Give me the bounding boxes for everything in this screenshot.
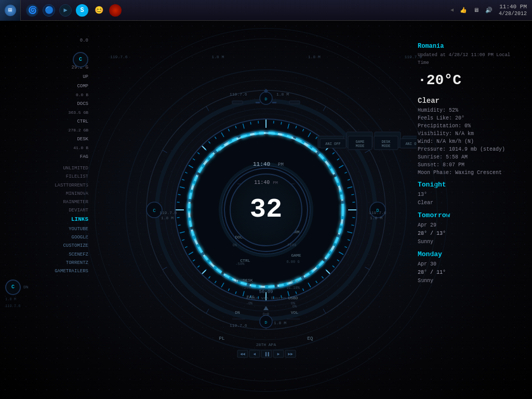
volume-icon: 🔊 (485, 7, 493, 14)
svg-text:DnB: DnB (263, 312, 270, 316)
svg-text:CF6: CF6 (291, 279, 299, 284)
clock-date: 4/28/2012 (499, 10, 527, 17)
tray-back-icon: ◀ (450, 7, 454, 13)
svg-text:PM: PM (278, 162, 284, 167)
svg-text:56:09: 56:09 (259, 289, 273, 295)
svg-text:GAME: GAME (291, 253, 301, 258)
svg-text:119.7.6: 119.7.6 (369, 210, 387, 215)
svg-text:-25%: -25% (242, 286, 251, 290)
weather-precipitation: Precipitation: 0% (418, 122, 522, 130)
svg-line-72 (178, 225, 181, 225)
start-button[interactable]: ⊞ (0, 0, 21, 21)
windows-icon: ⊞ (5, 5, 16, 16)
svg-text:FF88: FF88 (288, 243, 297, 247)
svg-text:ANI OFF: ANI OFF (325, 142, 340, 146)
svg-line-6 (365, 150, 370, 153)
weather-temp: ·20°C (418, 69, 522, 92)
left-torrentz[interactable]: TORRENTZ (5, 259, 88, 267)
svg-text:EQ: EQ (308, 336, 313, 341)
svg-text:-50%: -50% (236, 262, 245, 266)
left-comp[interactable]: COMP (5, 82, 88, 91)
center-display: 11:40 PM 32 (230, 174, 302, 246)
svg-text:28TH  APA: 28TH APA (256, 342, 276, 347)
left-ctrl[interactable]: CTRL (5, 117, 88, 126)
svg-text:119.7.6: 119.7.6 (230, 323, 247, 328)
left-filelist[interactable]: FILELIST (5, 172, 88, 181)
stat-41b: 41.0 B (5, 144, 88, 152)
svg-rect-193 (256, 102, 260, 103)
svg-text:1.8 M: 1.8 M (276, 92, 289, 97)
svg-text:D: D (265, 97, 268, 101)
svg-text:0%: 0% (233, 243, 237, 247)
svg-text:►►: ►► (288, 352, 293, 356)
svg-line-14 (163, 150, 167, 153)
svg-text:119.7.6: 119.7.6 (230, 92, 247, 97)
skype-icon[interactable]: S (76, 4, 88, 17)
stat-top: 0.0 (80, 38, 88, 43)
svg-text:VOL: VOL (291, 310, 299, 315)
svg-line-40 (351, 225, 354, 225)
left-gametrailers[interactable]: GAMETRAILERS (5, 267, 88, 275)
svg-text:91.18%: 91.18% (286, 286, 300, 290)
svg-text:DESK: DESK (382, 140, 391, 144)
svg-text:D: D (265, 320, 268, 325)
left-customize[interactable]: CUSTOMIZE (5, 242, 88, 250)
svg-text:Armin van Buuren: Armin van Buuren (246, 296, 286, 300)
left-dn[interactable]: DN (23, 284, 29, 291)
svg-text:◄: ◄ (254, 352, 256, 356)
weather-condition: Clear (418, 95, 522, 107)
left-desk[interactable]: DESK (5, 135, 88, 144)
red-ball-icon[interactable] (109, 4, 122, 17)
clock-time: 11:40 PM (499, 3, 527, 10)
monitor-icon: 🖥 (473, 7, 479, 14)
svg-text:ANI ON: ANI ON (405, 142, 417, 146)
weather-updated: Updated at 4/28/12 11:00 PM Local Time (418, 51, 522, 66)
emoji-icon[interactable]: 😊 (92, 4, 105, 17)
left-google[interactable]: GOOGLE (5, 233, 88, 242)
left-circle-c: C (73, 52, 88, 68)
svg-line-15 (206, 107, 209, 111)
left-lasttorrents[interactable]: LASTTORRENTS (5, 181, 88, 190)
svg-text:11:40: 11:40 (253, 161, 270, 167)
left-youtube[interactable]: YOUTUBE (5, 225, 88, 233)
svg-text:1.8 M: 1.8 M (161, 216, 174, 220)
taskbar-icons: 🌀 🔵 ▶ S 😊 (21, 4, 127, 17)
left-mininova[interactable]: MININOVA (5, 190, 88, 198)
svg-text:MODE: MODE (382, 144, 391, 148)
svg-rect-191 (232, 101, 243, 104)
play-icon[interactable]: ▶ (59, 4, 72, 17)
taskbar-right: ◀ 👍 🖥 🔊 11:40 PM 4/28/2012 (450, 3, 532, 17)
svg-text:▐▐: ▐▐ (264, 352, 269, 356)
svg-rect-192 (289, 101, 300, 104)
svg-text:0%: 0% (292, 304, 297, 309)
svg-line-12 (163, 267, 167, 270)
svg-text:►: ► (277, 352, 280, 356)
svg-text:-0%: -0% (246, 301, 253, 305)
svg-line-11 (206, 309, 209, 314)
left-deviant[interactable]: DEVIANT (5, 206, 88, 215)
svg-text:DN: DN (235, 310, 240, 315)
svg-text:PL: PL (219, 336, 225, 341)
left-up[interactable]: UP (5, 72, 88, 82)
left-fag[interactable]: FAG (5, 152, 88, 162)
left-docs[interactable]: DOCS (5, 99, 88, 109)
svg-text:MODE: MODE (356, 144, 365, 148)
left-bottom-stat: 1.8 M119.7.6 (5, 296, 88, 309)
left-scenefz[interactable]: SCENEFZ (5, 250, 88, 259)
taskbar: ⊞ 🌀 🔵 ▶ S 😊 ◀ 👍 🖥 🔊 11:40 PM 4/28/2012 (0, 0, 532, 21)
network-icon[interactable]: 🔵 (43, 4, 55, 17)
svg-text:1.8 M: 1.8 M (274, 321, 286, 325)
ie-icon[interactable]: 🌀 (26, 4, 38, 17)
svg-line-90 (250, 122, 251, 125)
svg-text:1.8 M: 1.8 M (370, 216, 382, 220)
svg-text:6.00 G: 6.00 G (286, 260, 299, 264)
svg-line-9 (323, 309, 326, 314)
left-unlimited[interactable]: UNLIMITED (5, 164, 88, 172)
left-rainmeter[interactable]: RAINMETER (5, 198, 88, 206)
svg-text:C: C (153, 208, 156, 214)
svg-marker-172 (263, 306, 269, 310)
weather-location: Romania (418, 42, 522, 51)
left-circle-c2: C (5, 280, 21, 295)
svg-rect-194 (272, 102, 276, 103)
svg-text:USBD: USBD (288, 296, 298, 300)
